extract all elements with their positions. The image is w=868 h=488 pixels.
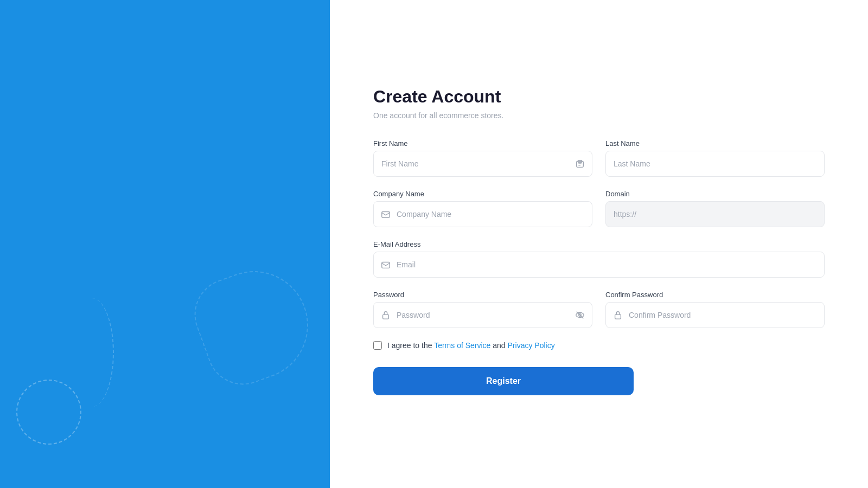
password-input[interactable] <box>373 302 592 328</box>
left-panel <box>0 0 330 488</box>
password-wrapper <box>373 302 592 328</box>
confirm-password-input[interactable] <box>605 302 825 328</box>
password-group: Password <box>373 291 592 328</box>
first-name-input[interactable] <box>373 151 592 177</box>
domain-group: Domain <box>605 190 825 227</box>
confirm-password-lock-icon <box>613 310 623 320</box>
email-input[interactable] <box>373 252 825 278</box>
page-subtitle: One account for all ecommerce stores. <box>373 111 825 120</box>
email-group: E-Mail Address <box>373 240 825 278</box>
right-panel: Create Account One account for all ecomm… <box>330 0 868 488</box>
eye-icon[interactable] <box>575 310 585 320</box>
terms-row: I agree to the Terms of Service and Priv… <box>373 341 825 350</box>
email-label: E-Mail Address <box>373 240 825 248</box>
svg-rect-4 <box>382 212 390 218</box>
terms-of-service-link[interactable]: Terms of Service <box>434 341 490 350</box>
company-name-input[interactable] <box>373 201 592 227</box>
last-name-group: Last Name <box>605 139 825 177</box>
form-container: Create Account One account for all ecomm… <box>373 87 825 395</box>
confirm-password-wrapper <box>605 302 825 328</box>
privacy-policy-link[interactable]: Privacy Policy <box>508 341 555 350</box>
domain-wrapper <box>605 201 825 227</box>
domain-input[interactable] <box>605 201 825 227</box>
company-name-label: Company Name <box>373 190 592 198</box>
decorative-curve <box>71 298 114 407</box>
first-name-wrapper <box>373 151 592 177</box>
password-lock-icon <box>381 310 391 320</box>
first-name-label: First Name <box>373 139 592 147</box>
email-envelope-icon <box>381 260 391 269</box>
svg-rect-10 <box>615 314 621 319</box>
company-envelope-icon <box>381 209 391 219</box>
terms-checkbox[interactable] <box>373 341 382 350</box>
domain-label: Domain <box>605 190 825 198</box>
page-title: Create Account <box>373 87 825 107</box>
company-name-group: Company Name <box>373 190 592 227</box>
first-name-group: First Name <box>373 139 592 177</box>
register-button[interactable]: Register <box>373 367 634 395</box>
name-row: First Name Last Name <box>373 139 825 177</box>
company-row: Company Name Domain <box>373 190 825 227</box>
password-label: Password <box>373 291 592 299</box>
badge-icon <box>575 159 585 169</box>
last-name-label: Last Name <box>605 139 825 147</box>
last-name-input[interactable] <box>605 151 825 177</box>
last-name-wrapper <box>605 151 825 177</box>
company-name-wrapper <box>373 201 592 227</box>
email-row: E-Mail Address <box>373 240 825 278</box>
decorative-shape <box>184 256 323 395</box>
email-wrapper <box>373 252 825 278</box>
svg-rect-5 <box>382 262 390 268</box>
confirm-password-group: Confirm Password <box>605 291 825 328</box>
terms-label: I agree to the Terms of Service and Priv… <box>387 341 555 350</box>
svg-rect-6 <box>383 314 389 319</box>
password-row: Password <box>373 291 825 328</box>
confirm-password-label: Confirm Password <box>605 291 825 299</box>
